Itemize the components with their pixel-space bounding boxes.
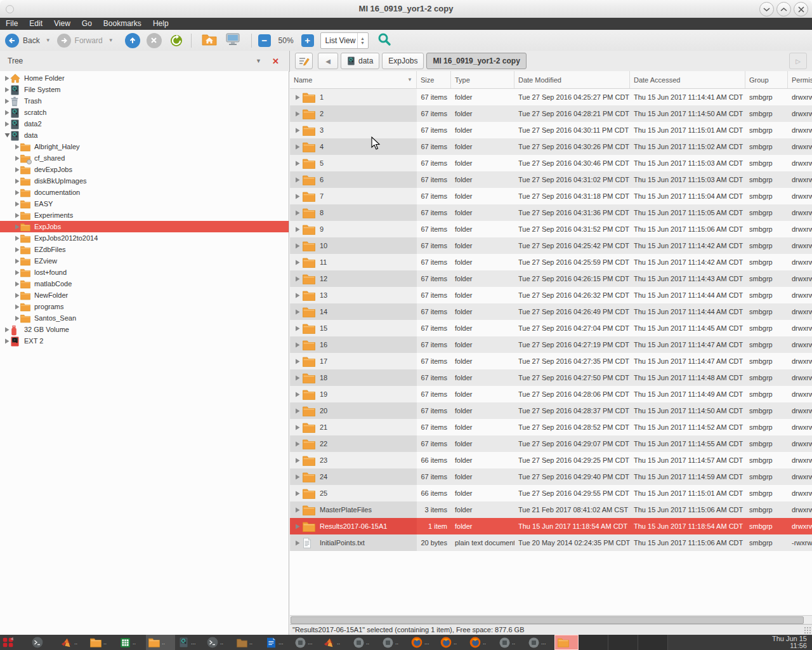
taskbar-item-2[interactable]: .. [58, 635, 88, 650]
row-expander-icon[interactable] [294, 161, 301, 166]
workspace-slot-3[interactable] [608, 635, 638, 650]
workspace-slot-2[interactable] [579, 635, 608, 650]
tree-expander-icon[interactable] [14, 258, 20, 264]
table-row[interactable]: 2366 itemsfolderTue 27 Sep 2016 04:29:25… [290, 452, 812, 468]
taskbar-item-8[interactable]: .. [233, 635, 263, 650]
breadcrumb-scroll-left-button[interactable]: ◀ [318, 53, 338, 69]
column-header-type[interactable]: Type [451, 71, 514, 88]
taskbar-item-18[interactable]: ... [525, 635, 554, 650]
sidebar-item-santos-sean[interactable]: Santos_Sean [0, 312, 289, 324]
row-expander-icon[interactable] [294, 243, 301, 249]
column-header-group[interactable]: Group [745, 71, 788, 88]
row-expander-icon[interactable] [294, 342, 301, 348]
table-row[interactable]: 1867 itemsfolderTue 27 Sep 2016 04:27:50… [290, 369, 812, 386]
row-expander-icon[interactable] [294, 524, 301, 529]
tree-expander-icon[interactable] [4, 327, 10, 333]
row-expander-icon[interactable] [294, 540, 301, 546]
row-expander-icon[interactable] [294, 474, 301, 480]
sidebar-item-scratch[interactable]: scratch [0, 107, 289, 118]
menu-item-go[interactable]: Go [76, 18, 98, 30]
taskbar-item-9[interactable]: ... [263, 635, 292, 650]
row-expander-icon[interactable] [294, 326, 301, 331]
taskbar-item-1[interactable] [29, 635, 58, 650]
table-row[interactable]: 167 itemsfolderTue 27 Sep 2016 04:25:27 … [290, 89, 812, 105]
row-expander-icon[interactable] [294, 458, 301, 463]
row-expander-icon[interactable] [294, 111, 301, 117]
row-expander-icon[interactable] [294, 276, 301, 282]
tree-expander-icon[interactable] [4, 110, 10, 116]
sidebar-item-cf-shared[interactable]: cf_shared [0, 152, 289, 164]
tree-expander-icon[interactable] [4, 98, 10, 104]
sidebar-item-expjobs2012to2014[interactable]: ExpJobs2012to2014 [0, 232, 289, 244]
table-row[interactable]: 1567 itemsfolderTue 27 Sep 2016 04:27:04… [290, 320, 812, 336]
breadcrumb-scroll-right-button[interactable]: ▷ [789, 53, 807, 69]
table-row[interactable]: 267 itemsfolderTue 27 Sep 2016 04:28:21 … [290, 105, 812, 122]
sidebar-item-newfolder[interactable]: NewFolder [0, 289, 289, 301]
row-expander-icon[interactable] [294, 194, 301, 199]
table-row[interactable]: 1067 itemsfolderTue 27 Sep 2016 04:25:42… [290, 237, 812, 254]
sidebar-item-home-folder[interactable]: Home Folder [0, 72, 289, 84]
tree-expander-icon[interactable] [4, 76, 10, 81]
row-expander-icon[interactable] [294, 95, 301, 100]
tree-expander-icon[interactable] [14, 190, 20, 196]
view-mode-spinner[interactable]: ▲▼ [357, 33, 368, 48]
table-row[interactable]: 1267 itemsfolderTue 27 Sep 2016 04:26:15… [290, 270, 812, 287]
breadcrumb-segment-2[interactable]: MI 16_0919_yor1-2 copy [426, 53, 526, 69]
breadcrumb-segment-1[interactable]: ExpJobs [382, 53, 424, 69]
table-row[interactable]: 667 itemsfolderTue 27 Sep 2016 04:31:02 … [290, 171, 812, 188]
taskbar-item-19[interactable] [554, 635, 579, 650]
stop-button[interactable] [147, 33, 162, 48]
row-expander-icon[interactable] [294, 441, 301, 447]
taskbar-item-5[interactable]: .. [146, 635, 175, 650]
row-expander-icon[interactable] [294, 309, 301, 315]
table-row[interactable]: Results2017-06-15A11 itemfolderThu 15 Ju… [290, 518, 812, 534]
sidebar-item-programs[interactable]: programs [0, 301, 289, 312]
sidebar-item-albright-haley[interactable]: Albright_Haley [0, 141, 289, 152]
tree-expander-icon[interactable] [4, 121, 10, 127]
sidebar-item-experiments[interactable]: Experiments [0, 209, 289, 221]
taskbar-item-11[interactable]: .. [321, 635, 350, 650]
row-expander-icon[interactable] [294, 227, 301, 232]
row-expander-icon[interactable] [294, 491, 301, 496]
tree-expander-icon[interactable] [14, 281, 20, 287]
back-history-dropdown[interactable]: ▼ [46, 37, 51, 43]
sidebar-item-diskbkupimages[interactable]: diskBkUpImages [0, 175, 289, 187]
menu-item-help[interactable]: Help [147, 18, 174, 30]
row-expander-icon[interactable] [294, 375, 301, 381]
menu-item-file[interactable]: File [0, 18, 23, 30]
table-row[interactable]: InitialPoints.txt20 bytesplain text docu… [290, 534, 812, 551]
tree-expander-icon[interactable] [4, 338, 10, 344]
table-row[interactable]: 1667 itemsfolderTue 27 Sep 2016 04:27:19… [290, 336, 812, 353]
taskbar-item-16[interactable]: .. [467, 635, 496, 650]
workspace-pager[interactable] [579, 635, 668, 650]
tree-pane-dropdown[interactable]: ▼ [256, 58, 261, 64]
tree-expander-icon[interactable] [14, 293, 20, 298]
tree-expander-icon[interactable] [14, 178, 20, 184]
tree-expander-icon[interactable] [4, 87, 10, 93]
tree-expander-icon[interactable] [14, 304, 20, 310]
table-row[interactable]: 367 itemsfolderTue 27 Sep 2016 04:30:11 … [290, 122, 812, 138]
column-header-date-modified[interactable]: Date Modified [514, 71, 630, 88]
tree-expander-icon[interactable] [4, 133, 10, 138]
menu-item-bookmarks[interactable]: Bookmarks [98, 18, 147, 30]
taskbar-item-3[interactable]: .. [88, 635, 117, 650]
sidebar-item-devexpjobs[interactable]: devExpJobs [0, 164, 289, 175]
taskbar-item-17[interactable]: .. [496, 635, 525, 650]
menu-item-view[interactable]: View [48, 18, 76, 30]
back-button[interactable] [5, 34, 19, 48]
zoom-in-button[interactable]: + [301, 34, 314, 47]
hscroll-thumb[interactable] [291, 616, 804, 624]
tree-expander-icon[interactable] [14, 167, 20, 173]
up-button[interactable] [125, 33, 140, 48]
table-row[interactable]: 767 itemsfolderTue 27 Sep 2016 04:31:18 … [290, 188, 812, 204]
tree-expander-icon[interactable] [14, 144, 20, 150]
table-row[interactable]: 467 itemsfolderTue 27 Sep 2016 04:30:26 … [290, 138, 812, 155]
table-row[interactable]: 1367 itemsfolderTue 27 Sep 2016 04:26:32… [290, 287, 812, 303]
taskbar-item-15[interactable]: .. [438, 635, 467, 650]
table-row[interactable]: 2267 itemsfolderTue 27 Sep 2016 04:29:07… [290, 435, 812, 452]
horizontal-scrollbar[interactable] [290, 615, 812, 625]
sidebar-item-matlabcode[interactable]: matlabCode [0, 278, 289, 289]
taskbar-item-0[interactable] [0, 635, 29, 650]
sidebar-item-lost-found[interactable]: lost+found [0, 267, 289, 278]
taskbar-item-12[interactable]: .. [350, 635, 379, 650]
